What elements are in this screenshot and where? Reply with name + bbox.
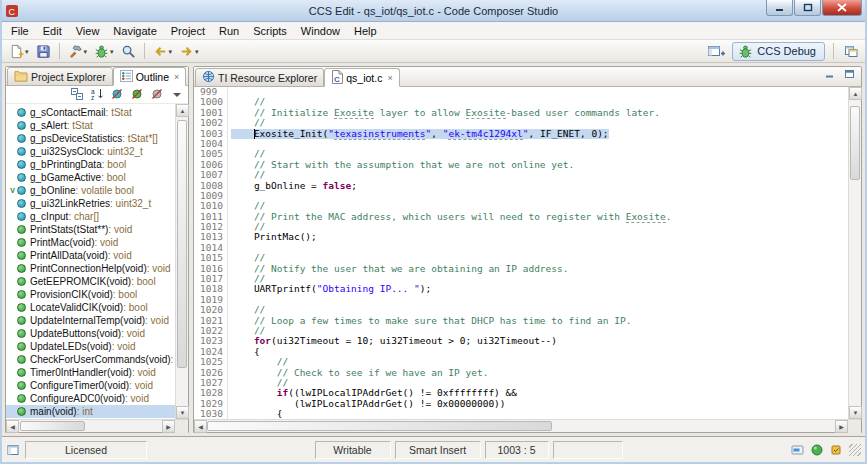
outline-vscroll-track[interactable] <box>176 117 188 406</box>
outline-item[interactable]: Vg_bOnline : volatile bool <box>6 184 175 197</box>
new-file-button[interactable]: ▾ <box>6 41 32 61</box>
code-line[interactable]: 999 <box>194 87 848 97</box>
title-bar[interactable]: C CCS Edit - qs_iot/qs_iot.c - Code Comp… <box>2 0 865 22</box>
dropdown-arrow-icon[interactable]: ▾ <box>195 48 199 55</box>
code-line[interactable]: 1024 { <box>194 347 848 357</box>
scroll-down-icon[interactable]: ▼ <box>176 406 189 419</box>
outline-item[interactable]: Timer0IntHandler(void) : void <box>6 366 175 379</box>
perspective-bar-button[interactable] <box>842 41 861 61</box>
dropdown-arrow-icon[interactable]: ▾ <box>169 48 173 55</box>
menu-item-run[interactable]: Run <box>212 24 246 38</box>
ccs-debug-perspective-button[interactable]: CCS Debug <box>732 42 825 61</box>
outline-item[interactable]: CheckForUserCommands(void) : void <box>6 353 175 366</box>
code-line[interactable]: 1019 <box>194 295 848 305</box>
outline-item[interactable]: g_sContactEmail : tStat <box>6 106 175 119</box>
outline-item[interactable]: ConfigureTimer0(void) : void <box>6 379 175 392</box>
code-line[interactable]: 1013 PrintMac(); <box>194 232 848 242</box>
outline-item[interactable]: main(void) : int <box>6 405 175 418</box>
tasks-icon[interactable] <box>828 443 843 457</box>
close-tab-icon[interactable]: × <box>387 73 392 83</box>
code-line[interactable]: 1021 // Loop a few times to make sure th… <box>194 316 848 326</box>
scroll-left-icon[interactable]: ◀ <box>6 420 19 433</box>
code-line[interactable]: 1008 g_bOnline = false; <box>194 181 848 191</box>
code-line[interactable]: 1030 { <box>194 409 848 419</box>
outline-item[interactable]: g_ui32SysClock : uint32_t <box>6 145 175 158</box>
view-menu-button[interactable] <box>168 87 186 103</box>
outline-vscroll-thumb[interactable] <box>177 120 187 369</box>
outline-horizontal-scrollbar[interactable]: ◀ ▶ <box>6 420 175 432</box>
outline-item[interactable]: UpdateLEDs(void) : void <box>6 340 175 353</box>
tab-project-explorer[interactable]: Project Explorer <box>7 67 113 86</box>
sort-alphabetical-button[interactable]: az <box>88 87 106 103</box>
outline-vertical-scrollbar[interactable]: ▲ ▼ <box>175 104 188 419</box>
scroll-right-icon[interactable]: ▶ <box>835 420 848 433</box>
editor-horizontal-scrollbar[interactable]: ◀ ▶ <box>194 420 848 432</box>
hide-static-button[interactable] <box>128 87 146 103</box>
open-perspective-button[interactable] <box>705 41 728 61</box>
tab-ti-resource-explorer[interactable]: TI Resource Explorer <box>195 68 324 87</box>
minimize-view-button[interactable] <box>820 67 838 83</box>
code-line[interactable]: 1026 // Check to see if we have an IP ye… <box>194 368 848 378</box>
outline-item[interactable]: g_sAlert : tStat <box>6 119 175 132</box>
maximize-view-button[interactable] <box>840 67 858 83</box>
code-line[interactable]: 1009 <box>194 191 848 201</box>
outline-item[interactable]: PrintStats(tStat**) : void <box>6 223 175 236</box>
menu-item-view[interactable]: View <box>69 24 107 38</box>
outline-item[interactable]: g_psDeviceStatistics : tStat*[] <box>6 132 175 145</box>
close-tab-icon[interactable]: × <box>174 72 179 82</box>
menu-item-help[interactable]: Help <box>347 24 384 38</box>
outline-item[interactable]: PrintMac(void) : void <box>6 236 175 249</box>
scroll-down-icon[interactable]: ▼ <box>849 406 862 419</box>
editor-hscroll-thumb[interactable] <box>207 421 552 431</box>
code-line[interactable]: 1029 (lwIPLocalIPAddrGet() != 0x00000000… <box>194 399 848 409</box>
code-line[interactable]: 1004 <box>194 139 848 149</box>
outline-item[interactable]: ProvisionCIK(void) : bool <box>6 288 175 301</box>
close-window-button[interactable] <box>822 0 862 16</box>
code-line[interactable]: 1014 <box>194 243 848 253</box>
outline-item[interactable]: g_bPrintingData : bool <box>6 158 175 171</box>
scroll-right-icon[interactable]: ▶ <box>162 420 175 433</box>
outline-item[interactable]: UpdateButtons(void) : void <box>6 327 175 340</box>
save-button[interactable] <box>33 41 54 61</box>
outline-item[interactable]: PrintConnectionHelp(void) : void <box>6 262 175 275</box>
dropdown-arrow-icon[interactable]: ▾ <box>84 48 88 55</box>
editor-vscroll-thumb[interactable] <box>850 106 860 179</box>
tab-qs-iot-c[interactable]: Cqs_iot.c× <box>324 68 399 87</box>
outline-item[interactable]: g_cInput : char[] <box>6 210 175 223</box>
resize-grip[interactable] <box>849 444 861 456</box>
outline-item[interactable]: UpdateInternalTemp(void) : void <box>6 314 175 327</box>
outline-item[interactable]: LocateValidCIK(void) : bool <box>6 301 175 314</box>
outline-item[interactable]: g_bGameActive : bool <box>6 171 175 184</box>
code-area[interactable]: 9991000 //1001 // Initialize Exosite lay… <box>194 87 848 419</box>
fast-view-icon[interactable] <box>6 443 21 457</box>
menu-item-edit[interactable]: Edit <box>36 24 69 38</box>
outline-item[interactable]: ConfigureADC0(void) : void <box>6 392 175 405</box>
scroll-up-icon[interactable]: ▲ <box>849 87 862 100</box>
code-line[interactable]: 1011 // Print the MAC address, which use… <box>194 212 848 222</box>
code-line[interactable]: 1006 // Start with the assumption that w… <box>194 160 848 170</box>
outline-item[interactable]: g_ui32LinkRetries : uint32_t <box>6 197 175 210</box>
hide-non-public-button[interactable] <box>148 87 166 103</box>
menu-item-file[interactable]: File <box>4 24 36 38</box>
editor-vertical-scrollbar[interactable]: ▲ ▼ <box>848 87 861 419</box>
build-button[interactable]: ▾ <box>65 41 91 61</box>
minimize-window-button[interactable] <box>766 0 793 16</box>
code-line[interactable]: 1023 for(ui32Timeout = 10; ui32Timeout >… <box>194 336 848 346</box>
editor-hscroll-track[interactable] <box>207 420 835 432</box>
back-button[interactable]: ▾ <box>150 41 176 61</box>
outline-item[interactable]: PrintAllData(void) : void <box>6 249 175 262</box>
tab-outline[interactable]: Outline× <box>113 67 187 86</box>
code-line[interactable]: 1001 // Initialize Exosite layer to allo… <box>194 108 848 118</box>
online-status-icon[interactable] <box>809 443 824 457</box>
scroll-left-icon[interactable]: ◀ <box>194 420 207 433</box>
progress-view-icon[interactable] <box>790 443 805 457</box>
code-line[interactable]: 1003 Exosite_Init("texasinstruments", "e… <box>194 129 848 139</box>
menu-item-project[interactable]: Project <box>164 24 212 38</box>
collapse-all-button[interactable] <box>68 87 86 103</box>
outline-hscroll-thumb[interactable] <box>20 421 84 431</box>
scroll-up-icon[interactable]: ▲ <box>176 104 189 117</box>
menu-item-window[interactable]: Window <box>294 24 347 38</box>
forward-button[interactable]: ▾ <box>176 41 202 61</box>
dropdown-arrow-icon[interactable]: ▾ <box>25 48 29 55</box>
outline-hscroll-track[interactable] <box>19 420 162 432</box>
